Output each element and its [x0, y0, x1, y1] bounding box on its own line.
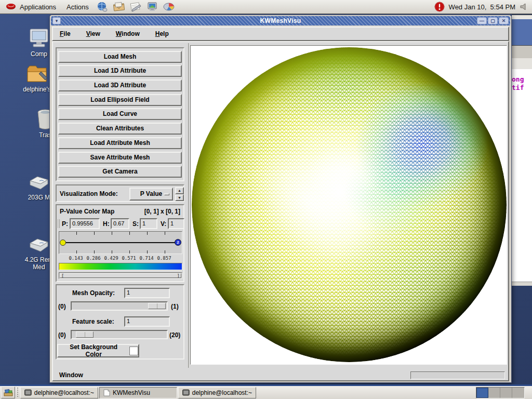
home-folder-icon	[25, 64, 48, 84]
display-launcher[interactable]	[145, 1, 159, 13]
status-text: Window	[59, 371, 83, 379]
task-label: delphine@localhost:~	[192, 389, 252, 396]
taskbar: delphine@localhost:~ KWMeshVisu delphine…	[0, 384, 532, 399]
window-title: KWMeshVisu	[51, 17, 510, 24]
removable-media-icon	[27, 238, 51, 255]
writer-icon	[129, 2, 142, 12]
maximize-icon[interactable]: ▢	[488, 17, 498, 24]
colormap-title: P-Value Color Map	[60, 208, 114, 215]
colormap-scrollbar[interactable]: [ ]	[59, 272, 182, 279]
task-terminal-2[interactable]: delphine@localhost:~	[178, 387, 256, 398]
background-window-content[interactable]: ong tif	[512, 69, 532, 282]
status-progress-field	[410, 371, 505, 379]
feature-scale-min: (0)	[58, 331, 66, 339]
client-area: Load Mesh Load 1D Attribute Load 3D Attr…	[52, 41, 509, 381]
web-browser-icon	[97, 1, 108, 12]
colormap-fields-row: P: 0.99556 H: 0.67 S: 1 V: 1	[57, 218, 185, 230]
h-value-field[interactable]: 0.67	[111, 218, 129, 229]
writer-launcher[interactable]	[129, 1, 142, 13]
applications-label: Applications	[20, 3, 56, 11]
get-camera-button[interactable]: Get Camera	[58, 166, 182, 178]
background-window-statusbar	[512, 282, 532, 286]
workspace-2[interactable]	[488, 388, 500, 398]
workspace-4[interactable]	[512, 388, 524, 398]
clock[interactable]: Wed Jan 10, 5:54 PM	[449, 3, 515, 11]
email-icon	[113, 2, 125, 12]
task-terminal-1[interactable]: delphine@localhost:~	[20, 387, 98, 398]
document-icon	[103, 389, 110, 396]
show-desktop-button[interactable]	[1, 387, 15, 398]
save-attribute-mesh-button[interactable]: Save Attribute Mesh	[58, 152, 182, 164]
menu-help[interactable]: Help	[155, 30, 169, 37]
visualization-mode-group: Visualization Mode: P Value ▲ ▼	[56, 184, 184, 202]
show-desktop-icon	[3, 388, 14, 397]
menu-window[interactable]: Window	[116, 30, 140, 37]
impress-launcher[interactable]	[162, 1, 176, 13]
set-background-color-button[interactable]: Set Background Color	[57, 344, 139, 357]
background-window-edge	[512, 15, 532, 19]
terminal-text-line: ong	[512, 75, 532, 84]
render-viewport[interactable]	[190, 45, 507, 365]
background-window-titlebar[interactable]	[512, 19, 532, 45]
mesh-opacity-label: Mesh Opacity:	[72, 289, 115, 297]
load-curve-button[interactable]: Load Curve	[58, 108, 182, 120]
p-label: P:	[62, 220, 68, 228]
range-line	[60, 242, 181, 243]
feature-scale-thumb[interactable]	[76, 331, 94, 338]
tick-labels: 0.143 0.286 0.429 0.571 0.714 0.857	[59, 256, 182, 261]
task-label: delphine@localhost:~	[34, 389, 94, 396]
workspace-3[interactable]	[500, 388, 512, 398]
taskbar-handle[interactable]	[17, 388, 19, 398]
load-mesh-button[interactable]: Load Mesh	[58, 51, 182, 63]
actions-menu[interactable]: Actions	[61, 0, 94, 14]
high-range-handle[interactable]: 2	[175, 239, 181, 246]
visualization-mode-dropdown[interactable]: P Value	[129, 188, 173, 201]
scroll-left-bracket: [	[61, 274, 64, 278]
workspace-1[interactable]	[476, 388, 488, 398]
s-value-field[interactable]: 1	[140, 218, 157, 229]
colormap-range: [0, 1] x [0, 1]	[144, 208, 180, 215]
statusbar: Window	[56, 370, 507, 380]
applications-menu[interactable]: Applications	[0, 0, 61, 14]
close-icon[interactable]: ✕	[499, 17, 509, 24]
menubar: File View Window Help	[52, 26, 509, 41]
load-attribute-mesh-button[interactable]: Load Attribute Mesh	[58, 137, 182, 149]
clean-attributes-button[interactable]: Clean Attributes	[58, 123, 182, 135]
pie-chart-icon	[163, 2, 175, 12]
v-value-field[interactable]: 1	[168, 218, 184, 229]
load-3d-attribute-button[interactable]: Load 3D Attribute	[58, 79, 182, 91]
low-range-handle[interactable]	[60, 240, 66, 246]
sash-grip[interactable]	[57, 219, 60, 228]
top-panel: Applications Actions	[0, 0, 532, 14]
terminal-text-line: tif	[512, 84, 532, 92]
titlebar[interactable]: ▾ KWMeshVisu — ▢ ✕	[51, 16, 510, 25]
panel-sash[interactable]	[188, 43, 190, 368]
spin-down-icon[interactable]: ▼	[175, 194, 184, 202]
set-background-color-label: Set Background Color	[61, 343, 126, 358]
menu-view[interactable]: View	[86, 30, 100, 37]
pvalue-colormap-group: P-Value Color Map [0, 1] x [0, 1] P: 0.9…	[56, 204, 184, 282]
background-color-swatch	[129, 347, 138, 355]
minimize-icon[interactable]: —	[477, 17, 487, 24]
email-launcher[interactable]	[112, 1, 126, 13]
mesh-opacity-thumb[interactable]	[148, 303, 166, 309]
feature-scale-field[interactable]: 1	[124, 316, 170, 327]
spin-up-icon[interactable]: ▲	[175, 187, 184, 194]
load-1d-attribute-button[interactable]: Load 1D Attribute	[58, 65, 182, 77]
feature-scale-slider[interactable]	[71, 330, 168, 339]
visualization-mode-label: Visualization Mode:	[60, 190, 118, 197]
colormap-range-canvas[interactable]: 2	[59, 231, 182, 254]
browser-launcher[interactable]	[96, 1, 109, 13]
optionmenu-indicator	[164, 193, 169, 195]
scroll-right-bracket: ]	[177, 274, 180, 278]
volume-icon[interactable]	[520, 3, 528, 11]
mesh-opacity-min: (0)	[58, 303, 66, 310]
actions-label: Actions	[66, 3, 89, 11]
alert-notification-icon[interactable]	[434, 2, 445, 12]
p-value-field[interactable]: 0.99556	[70, 218, 100, 229]
menu-file[interactable]: File	[60, 30, 71, 37]
mesh-opacity-field[interactable]: 1	[124, 288, 170, 298]
mesh-opacity-slider[interactable]	[71, 301, 168, 311]
load-ellipsoid-field-button[interactable]: Load Ellipsoid Field	[58, 94, 182, 106]
task-kwmeshvisu[interactable]: KWMeshVisu	[99, 387, 177, 398]
